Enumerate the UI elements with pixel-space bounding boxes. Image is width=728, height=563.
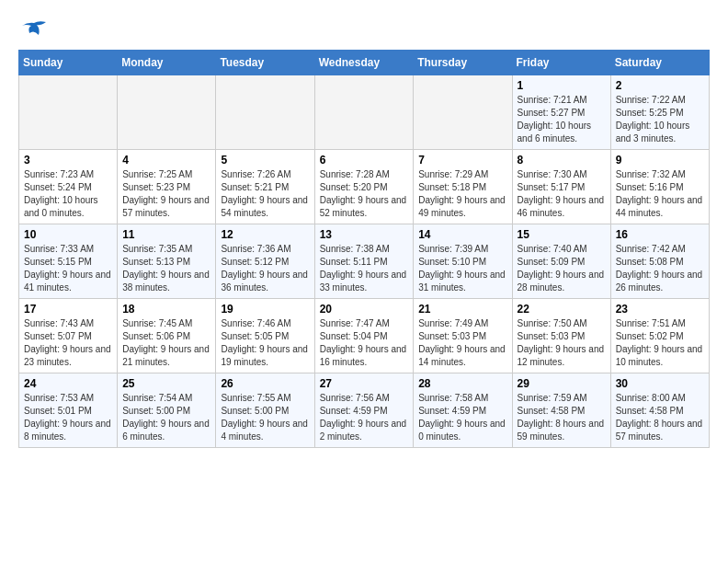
day-info: Sunrise: 7:53 AM Sunset: 5:01 PM Dayligh… — [24, 392, 112, 443]
day-number: 18 — [122, 303, 210, 316]
day-number: 12 — [221, 228, 309, 241]
calendar-day-cell: 2Sunrise: 7:22 AM Sunset: 5:25 PM Daylig… — [610, 75, 709, 150]
calendar-day-cell: 20Sunrise: 7:47 AM Sunset: 5:04 PM Dayli… — [314, 299, 414, 373]
day-info: Sunrise: 7:49 AM Sunset: 5:03 PM Dayligh… — [418, 317, 506, 369]
day-info: Sunrise: 7:43 AM Sunset: 5:07 PM Dayligh… — [24, 317, 112, 369]
calendar-day-cell: 12Sunrise: 7:36 AM Sunset: 5:12 PM Dayli… — [216, 224, 314, 299]
day-number: 5 — [221, 154, 309, 167]
calendar-day-cell: 7Sunrise: 7:29 AM Sunset: 5:18 PM Daylig… — [414, 150, 512, 224]
calendar-week-row: 10Sunrise: 7:33 AM Sunset: 5:15 PM Dayli… — [19, 224, 710, 299]
day-number: 30 — [616, 377, 704, 390]
calendar-day-cell: 9Sunrise: 7:32 AM Sunset: 5:16 PM Daylig… — [610, 150, 709, 224]
day-header-thursday: Thursday — [414, 51, 512, 75]
calendar-day-cell: 16Sunrise: 7:42 AM Sunset: 5:08 PM Dayli… — [610, 224, 709, 299]
day-number: 29 — [518, 377, 606, 390]
calendar-day-cell: 11Sunrise: 7:35 AM Sunset: 5:13 PM Dayli… — [118, 224, 216, 299]
day-number: 4 — [122, 154, 210, 167]
day-info: Sunrise: 7:51 AM Sunset: 5:02 PM Dayligh… — [616, 317, 704, 369]
logo-bird-icon — [20, 18, 48, 40]
calendar-day-cell: 5Sunrise: 7:26 AM Sunset: 5:21 PM Daylig… — [216, 150, 314, 224]
calendar-day-cell: 14Sunrise: 7:39 AM Sunset: 5:10 PM Dayli… — [414, 224, 512, 299]
day-number: 26 — [221, 377, 309, 390]
day-number: 7 — [418, 154, 506, 167]
day-number: 2 — [616, 79, 704, 92]
calendar-header-row: SundayMondayTuesdayWednesdayThursdayFrid… — [19, 51, 710, 75]
day-info: Sunrise: 7:45 AM Sunset: 5:06 PM Dayligh… — [122, 317, 210, 369]
day-info: Sunrise: 7:36 AM Sunset: 5:12 PM Dayligh… — [221, 243, 309, 294]
calendar-day-cell: 4Sunrise: 7:25 AM Sunset: 5:23 PM Daylig… — [118, 150, 216, 224]
day-number: 19 — [221, 303, 309, 316]
day-info: Sunrise: 7:50 AM Sunset: 5:03 PM Dayligh… — [518, 317, 606, 369]
day-header-sunday: Sunday — [19, 51, 118, 75]
calendar-day-cell: 25Sunrise: 7:54 AM Sunset: 5:00 PM Dayli… — [118, 373, 216, 448]
day-header-friday: Friday — [512, 51, 610, 75]
day-number: 24 — [24, 377, 112, 390]
day-info: Sunrise: 7:30 AM Sunset: 5:17 PM Dayligh… — [518, 168, 606, 220]
day-info: Sunrise: 7:58 AM Sunset: 4:59 PM Dayligh… — [418, 392, 506, 443]
day-info: Sunrise: 7:25 AM Sunset: 5:23 PM Dayligh… — [122, 168, 210, 220]
calendar-day-cell: 22Sunrise: 7:50 AM Sunset: 5:03 PM Dayli… — [512, 299, 610, 373]
day-number: 6 — [320, 154, 409, 167]
calendar-day-cell: 29Sunrise: 7:59 AM Sunset: 4:58 PM Dayli… — [512, 373, 610, 448]
day-number: 9 — [616, 154, 704, 167]
calendar-day-cell: 28Sunrise: 7:58 AM Sunset: 4:59 PM Dayli… — [414, 373, 512, 448]
calendar-day-cell — [118, 75, 216, 150]
day-info: Sunrise: 7:56 AM Sunset: 4:59 PM Dayligh… — [320, 392, 409, 443]
day-number: 28 — [418, 377, 506, 390]
day-number: 11 — [122, 228, 210, 241]
day-number: 27 — [320, 377, 409, 390]
calendar-day-cell: 15Sunrise: 7:40 AM Sunset: 5:09 PM Dayli… — [512, 224, 610, 299]
day-info: Sunrise: 7:54 AM Sunset: 5:00 PM Dayligh… — [122, 392, 210, 443]
day-info: Sunrise: 7:46 AM Sunset: 5:05 PM Dayligh… — [221, 317, 309, 369]
calendar-week-row: 1Sunrise: 7:21 AM Sunset: 5:27 PM Daylig… — [19, 75, 710, 150]
calendar-week-row: 3Sunrise: 7:23 AM Sunset: 5:24 PM Daylig… — [19, 150, 710, 224]
day-info: Sunrise: 7:42 AM Sunset: 5:08 PM Dayligh… — [616, 243, 704, 294]
day-number: 1 — [518, 79, 606, 92]
calendar-day-cell: 1Sunrise: 7:21 AM Sunset: 5:27 PM Daylig… — [512, 75, 610, 150]
day-info: Sunrise: 7:38 AM Sunset: 5:11 PM Dayligh… — [320, 243, 409, 294]
day-number: 20 — [320, 303, 409, 316]
day-info: Sunrise: 7:28 AM Sunset: 5:20 PM Dayligh… — [320, 168, 409, 220]
day-info: Sunrise: 7:39 AM Sunset: 5:10 PM Dayligh… — [418, 243, 506, 294]
calendar-day-cell — [19, 75, 118, 150]
day-header-wednesday: Wednesday — [314, 51, 414, 75]
calendar-week-row: 17Sunrise: 7:43 AM Sunset: 5:07 PM Dayli… — [19, 299, 710, 373]
day-number: 17 — [24, 303, 112, 316]
calendar-day-cell: 26Sunrise: 7:55 AM Sunset: 5:00 PM Dayli… — [216, 373, 314, 448]
day-number: 22 — [518, 303, 606, 316]
day-header-tuesday: Tuesday — [216, 51, 314, 75]
day-number: 23 — [616, 303, 704, 316]
day-number: 25 — [122, 377, 210, 390]
day-number: 8 — [518, 154, 606, 167]
day-info: Sunrise: 7:21 AM Sunset: 5:27 PM Dayligh… — [518, 94, 606, 145]
calendar-day-cell: 23Sunrise: 7:51 AM Sunset: 5:02 PM Dayli… — [610, 299, 709, 373]
calendar-day-cell: 17Sunrise: 7:43 AM Sunset: 5:07 PM Dayli… — [19, 299, 118, 373]
day-header-saturday: Saturday — [610, 51, 709, 75]
day-header-monday: Monday — [118, 51, 216, 75]
calendar-day-cell: 19Sunrise: 7:46 AM Sunset: 5:05 PM Dayli… — [216, 299, 314, 373]
day-info: Sunrise: 7:29 AM Sunset: 5:18 PM Dayligh… — [418, 168, 506, 220]
day-info: Sunrise: 7:23 AM Sunset: 5:24 PM Dayligh… — [24, 168, 112, 220]
logo — [18, 18, 48, 40]
calendar-day-cell — [314, 75, 414, 150]
day-info: Sunrise: 7:32 AM Sunset: 5:16 PM Dayligh… — [616, 168, 704, 220]
day-number: 14 — [418, 228, 506, 241]
day-number: 16 — [616, 228, 704, 241]
calendar-day-cell: 21Sunrise: 7:49 AM Sunset: 5:03 PM Dayli… — [414, 299, 512, 373]
day-number: 3 — [24, 154, 112, 167]
day-number: 15 — [518, 228, 606, 241]
page-header — [18, 18, 710, 40]
calendar-day-cell: 27Sunrise: 7:56 AM Sunset: 4:59 PM Dayli… — [314, 373, 414, 448]
calendar-day-cell — [414, 75, 512, 150]
day-info: Sunrise: 7:26 AM Sunset: 5:21 PM Dayligh… — [221, 168, 309, 220]
day-info: Sunrise: 7:35 AM Sunset: 5:13 PM Dayligh… — [122, 243, 210, 294]
day-info: Sunrise: 8:00 AM Sunset: 4:58 PM Dayligh… — [616, 392, 704, 443]
calendar-day-cell — [216, 75, 314, 150]
day-info: Sunrise: 7:33 AM Sunset: 5:15 PM Dayligh… — [24, 243, 112, 294]
day-info: Sunrise: 7:47 AM Sunset: 5:04 PM Dayligh… — [320, 317, 409, 369]
day-number: 10 — [24, 228, 112, 241]
day-info: Sunrise: 7:55 AM Sunset: 5:00 PM Dayligh… — [221, 392, 309, 443]
calendar-day-cell: 3Sunrise: 7:23 AM Sunset: 5:24 PM Daylig… — [19, 150, 118, 224]
calendar-day-cell: 10Sunrise: 7:33 AM Sunset: 5:15 PM Dayli… — [19, 224, 118, 299]
day-info: Sunrise: 7:59 AM Sunset: 4:58 PM Dayligh… — [518, 392, 606, 443]
